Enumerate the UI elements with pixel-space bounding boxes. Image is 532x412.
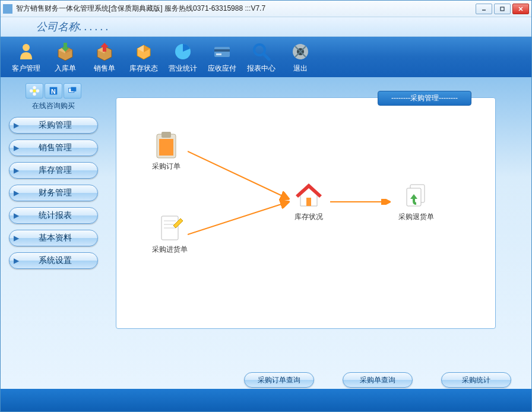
svg-point-14 — [33, 86, 36, 89]
chevron-right-icon: ▶ — [10, 256, 23, 265]
chevron-right-icon: ▶ — [10, 211, 23, 220]
toolbar-label: 销售单 — [94, 64, 115, 74]
main-toolbar: 客户管理 入库单 销售单 库存状态 营业统计 应收应付 报表中心 退出 — [1, 37, 531, 77]
main-area: --------采购管理-------- 采购订单 采购进货单 — [106, 77, 531, 411]
toolbar-label: 报表中心 — [247, 64, 276, 74]
toolbar-inbound[interactable]: 入库单 — [46, 39, 85, 76]
sidebar-item-basedata[interactable]: ▶基本资料 — [9, 230, 98, 246]
svg-rect-26 — [162, 132, 171, 138]
sidebar-item-label: 统计报表 — [23, 210, 97, 221]
node-label: 采购订单 — [152, 161, 180, 172]
svg-rect-6 — [214, 47, 230, 57]
flower-icon[interactable] — [26, 83, 43, 99]
inbox-icon — [55, 41, 76, 62]
document-edit-icon — [156, 214, 184, 242]
sidebar-item-reports[interactable]: ▶统计报表 — [9, 207, 98, 224]
chevron-right-icon: ▶ — [10, 144, 23, 152]
panel-content: 采购订单 采购进货单 库存状况 采购退货单 — [116, 98, 495, 328]
svg-rect-21 — [71, 87, 76, 91]
sidebar-item-label: 系统设置 — [23, 255, 97, 266]
svg-rect-8 — [216, 53, 221, 55]
sidebar-item-finance[interactable]: ▶财务管理 — [9, 185, 98, 201]
toolbar-label: 退出 — [293, 64, 308, 74]
sidebar-item-settings[interactable]: ▶系统设置 — [9, 252, 98, 269]
stats-purchase-button[interactable]: 采购统计 — [441, 372, 511, 388]
titlebar: 智方销售财务一体化管理系统[含保质期典藏版] 服务热线0371-63315988… — [1, 1, 531, 17]
house-icon — [294, 181, 323, 210]
toolbar-customer[interactable]: 客户管理 — [7, 39, 46, 76]
toolbar-label: 库存状态 — [129, 64, 158, 74]
node-label: 采购退货单 — [398, 212, 434, 222]
cube-icon — [133, 41, 154, 62]
chevron-right-icon: ▶ — [10, 189, 23, 197]
note-icon[interactable]: N — [45, 83, 62, 99]
sidebar-item-label: 基本资料 — [23, 233, 97, 243]
svg-point-4 — [23, 44, 30, 51]
sidebar-item-purchase[interactable]: ▶采购管理 — [9, 117, 98, 134]
toolbar-reports[interactable]: 报表中心 — [242, 39, 281, 76]
node-stock-status[interactable]: 库存状况 — [294, 181, 323, 222]
toolbar-label: 客户管理 — [12, 64, 40, 74]
svg-rect-27 — [159, 139, 173, 156]
close-button[interactable] — [512, 4, 529, 14]
sidebar: N 在线咨询购买 ▶采购管理 ▶销售管理 ▶库存管理 ▶财务管理 ▶统计报表 ▶… — [1, 77, 106, 411]
chevron-right-icon: ▶ — [10, 121, 23, 129]
arrow-icon — [188, 199, 294, 240]
flow-panel: --------采购管理-------- 采购订单 采购进货单 — [116, 97, 496, 329]
exit-icon — [290, 41, 311, 62]
minimize-button[interactable] — [476, 4, 492, 14]
toolbar-exit[interactable]: 退出 — [281, 39, 320, 76]
window-title: 智方销售财务一体化管理系统[含保质期典藏版] 服务热线0371-63315988… — [16, 4, 476, 14]
node-label: 库存状况 — [294, 212, 323, 222]
node-purchase-return[interactable]: 采购退货单 — [398, 181, 434, 222]
toolbar-receivable[interactable]: 应收应付 — [202, 39, 242, 76]
svg-point-13 — [33, 89, 36, 92]
svg-point-15 — [33, 93, 36, 96]
body-area: N 在线咨询购买 ▶采购管理 ▶销售管理 ▶库存管理 ▶财务管理 ▶统计报表 ▶… — [1, 77, 531, 411]
documents-icon — [402, 181, 430, 210]
query-order-button[interactable]: 采购订单查询 — [244, 372, 314, 388]
company-name: 公司名称. . . . . . — [36, 20, 109, 34]
clipboard-icon — [152, 131, 180, 159]
sidebar-item-sales[interactable]: ▶销售管理 — [9, 140, 98, 156]
arrow-icon — [330, 199, 395, 205]
svg-line-23 — [188, 202, 289, 234]
action-row: 采购订单查询 采购单查询 采购统计 — [244, 372, 511, 388]
header-band: 公司名称. . . . . . — [1, 17, 531, 37]
card-icon — [211, 41, 233, 62]
query-purchase-button[interactable]: 采购单查询 — [343, 372, 413, 388]
app-window: 智方销售财务一体化管理系统[含保质期典藏版] 服务热线0371-63315988… — [0, 0, 532, 412]
svg-rect-32 — [306, 198, 311, 206]
sidebar-item-label: 库存管理 — [23, 165, 97, 176]
maximize-button[interactable] — [494, 4, 511, 14]
toolbar-sales[interactable]: 销售单 — [85, 39, 124, 76]
svg-line-10 — [264, 54, 269, 59]
pie-icon — [172, 41, 194, 62]
sidebar-item-label: 采购管理 — [23, 120, 97, 131]
node-purchase-order[interactable]: 采购订单 — [152, 131, 180, 172]
quick-icons: N — [7, 83, 100, 99]
node-label: 采购进货单 — [152, 245, 188, 255]
svg-line-22 — [188, 151, 289, 199]
sidebar-item-inventory[interactable]: ▶库存管理 — [9, 162, 98, 179]
svg-point-17 — [36, 89, 39, 92]
user-icon — [15, 41, 37, 62]
toolbar-label: 营业统计 — [169, 64, 197, 74]
arrow-icon — [188, 145, 294, 205]
outbox-icon — [94, 41, 115, 62]
app-icon — [3, 4, 12, 14]
quick-label: 在线咨询购买 — [7, 101, 100, 111]
windows-icon[interactable] — [64, 83, 81, 99]
chevron-right-icon: ▶ — [10, 234, 23, 242]
sidebar-item-label: 财务管理 — [23, 188, 97, 198]
svg-text:N: N — [51, 88, 56, 95]
toolbar-stats[interactable]: 营业统计 — [163, 39, 202, 76]
toolbar-label: 入库单 — [55, 64, 76, 74]
svg-rect-7 — [214, 49, 230, 52]
node-purchase-receipt[interactable]: 采购进货单 — [152, 214, 188, 255]
toolbar-label: 应收应付 — [208, 64, 236, 74]
chevron-right-icon: ▶ — [10, 166, 23, 175]
toolbar-stock[interactable]: 库存状态 — [124, 39, 163, 76]
magnify-icon — [251, 41, 272, 62]
svg-point-16 — [30, 89, 33, 92]
